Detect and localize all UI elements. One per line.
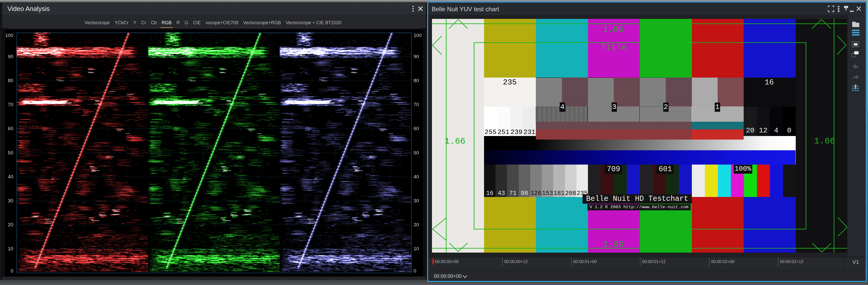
svg-text:1.66: 1.66: [444, 136, 465, 146]
svg-text:1.85: 1.85: [603, 25, 624, 34]
svg-text:Title: Title: [601, 42, 627, 52]
svg-text:1.85: 1.85: [603, 240, 624, 249]
svg-text:1.66: 1.66: [814, 136, 835, 146]
